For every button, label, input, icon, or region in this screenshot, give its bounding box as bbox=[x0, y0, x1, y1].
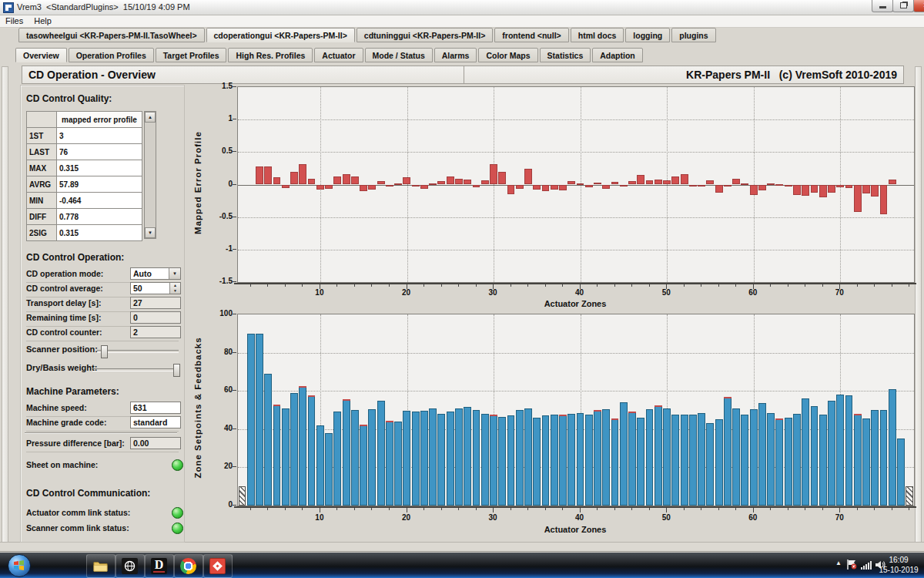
stat-label: LAST bbox=[27, 144, 57, 160]
spinner-arrows-icon[interactable]: ▲▼ bbox=[169, 283, 180, 294]
plugin-tab-3[interactable]: frontend <null> bbox=[494, 28, 568, 42]
hidden-icons-chevron[interactable]: ▲ bbox=[835, 560, 842, 566]
slider-handle[interactable] bbox=[101, 345, 108, 358]
view-tab-0[interactable]: Overview bbox=[15, 48, 67, 62]
right-splitter[interactable] bbox=[915, 66, 922, 543]
x-tick-label: 20 bbox=[395, 513, 418, 522]
dropdown-arrow-icon[interactable]: ▼ bbox=[169, 268, 180, 279]
x-tick bbox=[545, 284, 546, 287]
scroll-up-icon[interactable]: ▲ bbox=[145, 112, 156, 123]
op-field-1-input[interactable]: 50▲▼ bbox=[130, 282, 181, 294]
bar-zone-58 bbox=[732, 179, 740, 185]
plugin-tab-0[interactable]: tasowheelgui <KR-Papers-PM-II.TasoWheel> bbox=[18, 28, 205, 42]
x-tick-label: 60 bbox=[742, 288, 765, 297]
view-tab-8[interactable]: Statistics bbox=[540, 48, 591, 62]
y-tick-label: 0.5 bbox=[206, 146, 233, 155]
x-axis-title: Actuator Zones bbox=[514, 299, 637, 308]
plugin-tab-6[interactable]: plugins bbox=[671, 28, 715, 42]
clock-date: 15-10-2019 bbox=[876, 565, 921, 575]
taskbar-item-vrem[interactable] bbox=[203, 554, 233, 578]
menu-item-help[interactable]: Help bbox=[28, 15, 57, 26]
folder-icon bbox=[92, 558, 109, 574]
close-button[interactable]: x bbox=[913, 0, 924, 12]
restore-button[interactable] bbox=[892, 0, 914, 12]
x-tick bbox=[407, 508, 407, 512]
bar-zone-26 bbox=[455, 179, 463, 185]
x-tick bbox=[476, 508, 477, 510]
taskbar-item-d-app[interactable]: D bbox=[145, 554, 174, 578]
taskbar-item-globe-app[interactable] bbox=[116, 554, 145, 578]
bar-zone-42 bbox=[594, 183, 601, 185]
status-led-green bbox=[172, 459, 183, 471]
view-tab-7[interactable]: Color Maps bbox=[478, 48, 537, 62]
bar-zone-48 bbox=[646, 409, 654, 506]
plugin-tab-1[interactable]: cdoperationgui <KR-Papers-PM-II> bbox=[206, 28, 355, 42]
view-tab-3[interactable]: High Res. Profiles bbox=[228, 48, 313, 62]
bar-zone-63 bbox=[775, 418, 783, 506]
taskbar-item-explorer[interactable] bbox=[86, 554, 116, 578]
x-tick bbox=[267, 508, 268, 510]
op-field-0-input[interactable]: Auto▼ bbox=[130, 267, 181, 280]
x-tick bbox=[580, 508, 581, 512]
app-icon bbox=[3, 2, 14, 13]
machine-field-1-input[interactable]: standard bbox=[130, 416, 181, 428]
slider-handle[interactable] bbox=[173, 364, 180, 377]
bar-zone-34 bbox=[524, 408, 532, 506]
minimize-button[interactable] bbox=[872, 0, 893, 12]
view-tab-6[interactable]: Alarms bbox=[434, 48, 477, 62]
bar-zone-51 bbox=[671, 176, 679, 184]
bar-zone-50 bbox=[663, 408, 671, 506]
bar-zone-33 bbox=[516, 410, 524, 506]
bar-zone-4 bbox=[264, 374, 272, 506]
bar-zone-36 bbox=[542, 185, 550, 191]
bar-zone-48 bbox=[646, 180, 654, 184]
start-button[interactable] bbox=[8, 554, 31, 577]
bar-zone-75 bbox=[880, 410, 888, 506]
bar-zone-52 bbox=[681, 174, 688, 184]
bar-zone-56 bbox=[715, 419, 723, 506]
plugin-tab-4[interactable]: html docs bbox=[571, 28, 624, 42]
taskbar-item-chrome[interactable] bbox=[174, 554, 203, 578]
bar-zone-8 bbox=[299, 164, 306, 184]
bar-zone-65 bbox=[793, 414, 801, 506]
view-tab-1[interactable]: Operation Profiles bbox=[69, 48, 154, 62]
plugin-tab-5[interactable]: logging bbox=[625, 28, 670, 42]
bar-zone-40 bbox=[577, 183, 584, 185]
action-center-flag-icon[interactable] bbox=[846, 559, 857, 573]
bar-zone-65 bbox=[793, 185, 801, 195]
setpoint-cap bbox=[308, 395, 316, 397]
view-tab-2[interactable]: Target Profiles bbox=[156, 48, 227, 62]
x-tick bbox=[511, 508, 511, 510]
bar-zone-17 bbox=[377, 401, 385, 506]
y-tick-mark bbox=[233, 151, 236, 152]
x-tick bbox=[822, 284, 823, 287]
machine-field-0-input[interactable]: 631 bbox=[130, 402, 181, 414]
bar-zone-41 bbox=[585, 185, 593, 187]
bar-zone-64 bbox=[785, 185, 792, 187]
x-tick bbox=[753, 508, 754, 512]
bar-zone-53 bbox=[689, 415, 697, 506]
bar-zone-28 bbox=[473, 185, 480, 187]
x-tick bbox=[527, 508, 528, 510]
view-tab-9[interactable]: Adaption bbox=[592, 48, 643, 62]
x-tick bbox=[371, 508, 372, 510]
left-splitter[interactable] bbox=[2, 66, 8, 543]
bar-zone-11 bbox=[325, 433, 333, 506]
network-icon[interactable] bbox=[861, 561, 872, 570]
tray-clock[interactable]: 16:09 15-10-2019 bbox=[876, 555, 921, 576]
bar-zone-19 bbox=[394, 422, 402, 506]
x-tick bbox=[718, 508, 719, 510]
bar-zone-43 bbox=[602, 185, 610, 190]
x-tick bbox=[631, 508, 632, 510]
quality-section-title: CD Control Quality: bbox=[26, 93, 112, 104]
scroll-down-icon[interactable]: ▼ bbox=[145, 227, 156, 238]
view-tab-4[interactable]: Actuator bbox=[314, 48, 363, 62]
quality-table-scrollbar[interactable]: ▲ ▼ bbox=[144, 111, 156, 239]
bar-zone-28 bbox=[473, 410, 480, 506]
menu-item-files[interactable]: Files bbox=[0, 15, 28, 26]
plugin-tab-2[interactable]: cdtuninggui <KR-Papers-PM-II> bbox=[357, 28, 494, 42]
x-tick bbox=[839, 508, 840, 512]
x-tick bbox=[822, 508, 823, 510]
view-tab-5[interactable]: Mode / Status bbox=[365, 48, 433, 62]
x-tick bbox=[909, 508, 909, 510]
